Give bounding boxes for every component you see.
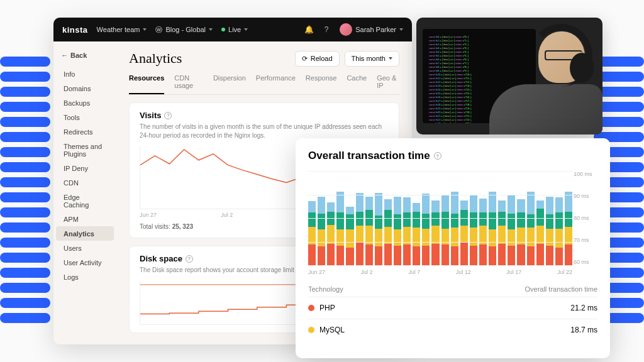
status-dot-icon bbox=[221, 28, 225, 31]
chevron-down-icon bbox=[399, 28, 403, 31]
bar-stack bbox=[555, 197, 563, 265]
tab-dispersion[interactable]: Dispersion bbox=[213, 74, 246, 94]
topbar: kinsta Weather team ⓦBlog - Global Live … bbox=[53, 18, 412, 41]
chevron-down-icon bbox=[244, 28, 248, 31]
page-title: Analytics bbox=[129, 50, 182, 67]
bar-stack bbox=[403, 197, 411, 265]
person-illustration bbox=[496, 18, 602, 134]
col-technology: Technology bbox=[308, 285, 343, 293]
site-name: Blog - Global bbox=[165, 26, 206, 33]
tab-performance[interactable]: Performance bbox=[256, 74, 296, 94]
chevron-down-icon bbox=[143, 28, 147, 31]
bar-stack bbox=[565, 192, 572, 265]
env-selector[interactable]: Live bbox=[221, 26, 248, 33]
sidebar-item-domains[interactable]: Domains bbox=[56, 81, 114, 96]
bar-stack bbox=[498, 200, 506, 266]
env-label: Live bbox=[228, 26, 241, 33]
bar-stack bbox=[441, 195, 449, 265]
bar-stack bbox=[527, 192, 535, 265]
sidebar-item-tools[interactable]: Tools bbox=[56, 110, 114, 124]
reload-label: Reload bbox=[311, 55, 333, 62]
transaction-x-axis: Jun 27Jul 2Jul 7Jul 12Jul 17Jul 22 bbox=[308, 269, 597, 275]
sidebar-item-redirects[interactable]: Redirects bbox=[56, 124, 114, 139]
sidebar-item-cdn[interactable]: CDN bbox=[56, 175, 114, 190]
tech-table-header: Technology Overall transaction time bbox=[308, 285, 597, 297]
tab-cdn-usage[interactable]: CDN usage bbox=[174, 74, 203, 94]
analytics-tabs: ResourcesCDN usageDispersionPerformanceR… bbox=[129, 74, 399, 95]
bar-stack bbox=[365, 197, 373, 266]
color-swatch bbox=[308, 305, 314, 311]
bar-stack bbox=[479, 199, 487, 266]
tech-value: 21.2 ms bbox=[570, 304, 597, 312]
sidebar-item-backups[interactable]: Backups bbox=[56, 96, 114, 110]
bar-stack bbox=[508, 195, 515, 266]
chevron-down-icon bbox=[389, 57, 392, 60]
back-button[interactable]: ←Back bbox=[53, 49, 116, 67]
range-label: This month bbox=[352, 55, 386, 62]
logo: kinsta bbox=[62, 25, 88, 35]
bar-stack bbox=[318, 197, 325, 266]
tech-name: PHP bbox=[319, 304, 335, 312]
wordpress-icon: ⓦ bbox=[155, 25, 162, 35]
arrow-left-icon: ← bbox=[61, 52, 68, 59]
sidebar: ←Back InfoDomainsBackupsToolsRedirectsTh… bbox=[53, 41, 116, 344]
bar-stack bbox=[413, 203, 420, 265]
bar-stack bbox=[489, 192, 496, 265]
bar-stack bbox=[422, 194, 430, 265]
team-name: Weather team bbox=[97, 26, 140, 33]
sidebar-item-apm[interactable]: APM bbox=[56, 212, 114, 226]
tech-value: 18.7 ms bbox=[570, 326, 597, 334]
user-name: Sarah Parker bbox=[355, 26, 396, 33]
bar-stack bbox=[308, 201, 316, 265]
bar-stack bbox=[451, 192, 458, 265]
disk-title: Disk space bbox=[140, 254, 182, 263]
transaction-time-card: Overall transaction time? 100 ms90 ms80 … bbox=[296, 138, 610, 358]
col-time: Overall transaction time bbox=[525, 285, 597, 293]
site-selector[interactable]: ⓦBlog - Global bbox=[155, 25, 213, 35]
transaction-chart: 100 ms90 ms80 ms70 ms60 ms bbox=[308, 171, 597, 265]
sidebar-item-user-activity[interactable]: User Activity bbox=[56, 255, 114, 270]
notifications-icon[interactable]: 🔔 bbox=[304, 25, 313, 34]
sidebar-item-logs[interactable]: Logs bbox=[56, 270, 114, 284]
bar-stack bbox=[460, 200, 468, 266]
developer-photo: const fn0 = ('data') => { return x*0; }c… bbox=[416, 18, 602, 134]
visits-description: The number of visits in a given month is… bbox=[140, 123, 389, 140]
tech-row-mysql[interactable]: MySQL18.7 ms bbox=[308, 319, 597, 341]
sidebar-item-users[interactable]: Users bbox=[56, 241, 114, 255]
bar-stack bbox=[356, 193, 364, 266]
chevron-down-icon bbox=[209, 28, 213, 31]
sidebar-item-edge-caching[interactable]: Edge Caching bbox=[56, 190, 114, 212]
tab-resources[interactable]: Resources bbox=[129, 74, 164, 94]
bar-stack bbox=[346, 207, 353, 265]
help-icon[interactable]: ? bbox=[186, 255, 193, 263]
tab-geo-ip[interactable]: Geo & IP bbox=[377, 74, 399, 94]
team-selector[interactable]: Weather team bbox=[97, 26, 147, 33]
sidebar-item-ip-deny[interactable]: IP Deny bbox=[56, 161, 114, 175]
sidebar-item-analytics[interactable]: Analytics bbox=[56, 226, 114, 241]
tech-row-php[interactable]: PHP21.2 ms bbox=[308, 297, 597, 319]
bar-stack bbox=[394, 197, 401, 266]
bar-stack bbox=[517, 199, 525, 265]
bar-stack bbox=[470, 195, 477, 265]
help-icon[interactable]: ? bbox=[164, 112, 172, 119]
user-menu[interactable]: Sarah Parker bbox=[340, 23, 403, 36]
bar-stack bbox=[546, 197, 553, 266]
sidebar-item-info[interactable]: Info bbox=[56, 67, 114, 81]
bar-stack bbox=[431, 200, 439, 266]
reload-icon: ⟳ bbox=[302, 55, 308, 63]
tab-cache[interactable]: Cache bbox=[347, 74, 367, 94]
tab-response[interactable]: Response bbox=[306, 74, 337, 94]
back-label: Back bbox=[70, 52, 87, 59]
bar-stack bbox=[327, 202, 335, 266]
help-icon[interactable]: ? bbox=[322, 25, 331, 34]
help-icon[interactable]: ? bbox=[434, 152, 441, 160]
bar-stack bbox=[384, 199, 392, 265]
color-swatch bbox=[308, 327, 314, 333]
tech-name: MySQL bbox=[319, 326, 345, 334]
date-range-selector[interactable]: This month bbox=[345, 51, 399, 67]
reload-button[interactable]: ⟳Reload bbox=[295, 51, 340, 67]
sidebar-item-themes-and-plugins[interactable]: Themes and Plugins bbox=[56, 139, 114, 161]
transaction-title: Overall transaction time bbox=[308, 150, 430, 162]
bar-stack bbox=[375, 193, 382, 266]
visits-title: Visits bbox=[140, 111, 161, 120]
